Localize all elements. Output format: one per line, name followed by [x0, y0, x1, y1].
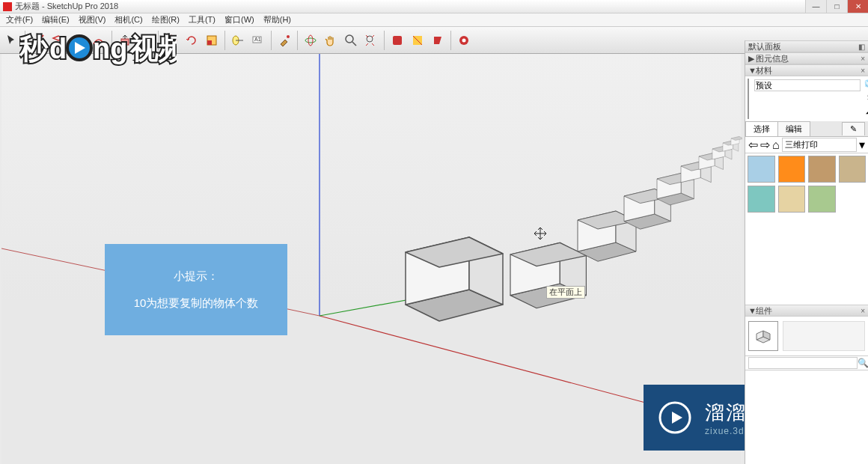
- app-icon: [3, 2, 12, 11]
- text-tool-icon[interactable]: A1: [249, 31, 267, 49]
- svg-point-7: [287, 35, 290, 38]
- menu-window[interactable]: 窗口(W): [220, 14, 259, 25]
- details-icon[interactable]: ▾: [859, 138, 865, 152]
- svg-text:A1: A1: [254, 37, 261, 42]
- svg-point-8: [305, 38, 316, 43]
- tab-edit[interactable]: 编辑: [777, 121, 810, 136]
- close-icon[interactable]: ×: [861, 307, 865, 315]
- menu-help[interactable]: 帮助(H): [259, 14, 296, 25]
- nav-fwd-icon[interactable]: ⇨: [760, 138, 770, 152]
- tab-select[interactable]: 选择: [745, 121, 778, 136]
- menu-draw[interactable]: 绘图(R): [147, 14, 184, 25]
- dropdown-icon[interactable]: ◢: [864, 105, 868, 115]
- component-info: [783, 321, 865, 351]
- component-search-input[interactable]: [748, 357, 858, 369]
- sample-paint-icon[interactable]: ℹ: [864, 91, 868, 102]
- svg-rect-3: [207, 40, 212, 45]
- watermark-logo: 秒 d ng 视频: [19, 27, 177, 72]
- material-swatch[interactable]: [748, 186, 775, 213]
- material-library-select[interactable]: 三维打印: [782, 138, 857, 152]
- paint-tool-icon[interactable]: [275, 31, 293, 49]
- window-title: 无标题 - SketchUp Pro 2018: [15, 1, 118, 12]
- svg-text:视频: 视频: [129, 33, 177, 64]
- material-swatch[interactable]: [778, 186, 806, 213]
- pin-icon[interactable]: ◧: [858, 43, 865, 51]
- menu-bar: 文件(F) 编辑(E) 视图(V) 相机(C) 绘图(R) 工具(T) 窗口(W…: [0, 13, 868, 27]
- materials-header[interactable]: ▼材料×: [745, 64, 868, 76]
- material-swatch[interactable]: [808, 186, 836, 213]
- minimize-button[interactable]: —: [805, 0, 826, 13]
- close-button[interactable]: ✕: [847, 0, 868, 13]
- orbit-tool-icon[interactable]: [302, 31, 320, 49]
- svg-text:d: d: [49, 33, 67, 64]
- svg-text:秒: 秒: [19, 33, 49, 64]
- close-icon[interactable]: ×: [861, 55, 865, 63]
- play-circle-icon: [657, 400, 693, 436]
- zoom-tool-icon[interactable]: [342, 31, 360, 49]
- hint-line2: 10为想要复制的物体个数: [134, 290, 259, 317]
- pencil-icon[interactable]: ✎: [842, 122, 865, 135]
- menu-view[interactable]: 视图(V): [74, 14, 111, 25]
- select-tool-icon[interactable]: [3, 31, 21, 49]
- search-icon[interactable]: 🔍: [858, 358, 868, 368]
- home-icon[interactable]: ⌂: [772, 138, 780, 152]
- maximize-button[interactable]: □: [826, 0, 847, 13]
- svg-point-14: [462, 38, 466, 42]
- material-swatch[interactable]: [839, 156, 867, 183]
- material-swatch[interactable]: [808, 156, 836, 183]
- cursor-tooltip: 在平面上: [546, 286, 585, 299]
- zoom-extents-icon[interactable]: [362, 31, 380, 49]
- addon3-icon[interactable]: [429, 31, 447, 49]
- svg-point-10: [346, 35, 353, 43]
- components-header[interactable]: ▼组件×: [745, 305, 868, 317]
- entity-info-header[interactable]: ▶图元信息×: [745, 52, 868, 64]
- component-thumbnail[interactable]: [748, 321, 778, 351]
- material-name-input[interactable]: [754, 79, 861, 91]
- pan-tool-icon[interactable]: [322, 31, 340, 49]
- menu-edit[interactable]: 编辑(E): [37, 14, 74, 25]
- svg-rect-12: [393, 36, 402, 45]
- material-preview-swatch[interactable]: [748, 79, 749, 119]
- addon1-icon[interactable]: [388, 31, 406, 49]
- rotate-tool-icon[interactable]: [183, 31, 201, 49]
- addon4-icon[interactable]: [455, 31, 473, 49]
- default-tray-header[interactable]: 默认面板◧: [745, 40, 868, 52]
- create-material-icon[interactable]: 🧊: [864, 78, 868, 88]
- tray-panels: 默认面板◧ ▶图元信息× ▼材料× 🧊 ℹ ◢ 选择 编辑 ✎ ⇦ ⇨ ⌂ 三维…: [745, 40, 868, 464]
- nav-back-icon[interactable]: ⇦: [748, 138, 758, 152]
- menu-file[interactable]: 文件(F): [1, 14, 37, 25]
- tape-tool-icon[interactable]: [229, 31, 247, 49]
- material-swatch[interactable]: [778, 156, 806, 183]
- title-bar: 无标题 - SketchUp Pro 2018 — □ ✕: [0, 0, 868, 13]
- hint-line1: 小提示：: [174, 263, 218, 290]
- material-swatch[interactable]: [748, 156, 775, 183]
- close-icon[interactable]: ×: [861, 67, 865, 75]
- menu-camera[interactable]: 相机(C): [110, 14, 147, 25]
- menu-tools[interactable]: 工具(T): [184, 14, 220, 25]
- svg-text:ng: ng: [93, 33, 127, 64]
- svg-point-9: [308, 35, 313, 46]
- hint-overlay: 小提示： 10为想要复制的物体个数: [105, 244, 287, 335]
- scale-tool-icon[interactable]: [203, 31, 221, 49]
- addon2-icon[interactable]: [409, 31, 427, 49]
- material-grid: [745, 153, 868, 215]
